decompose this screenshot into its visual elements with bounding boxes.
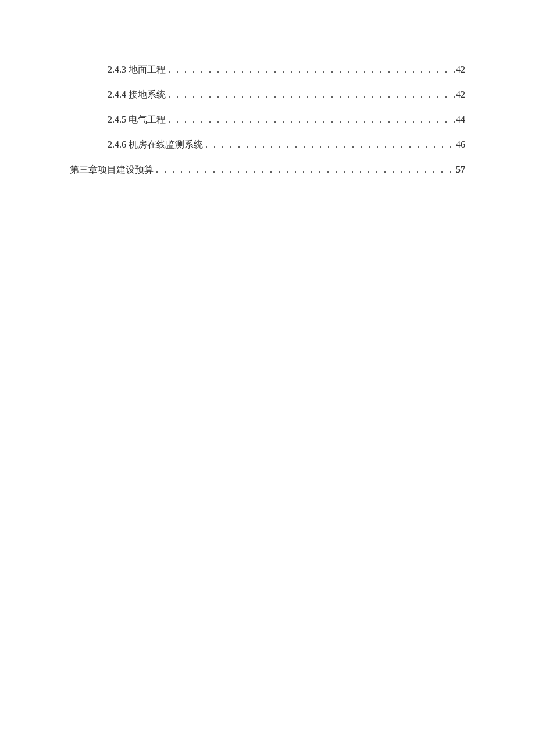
toc-page: 42 xyxy=(456,89,465,100)
toc-entry: 2.4.6 机房在线监测系统 46 xyxy=(70,139,465,151)
toc-dots xyxy=(166,89,456,100)
toc-page: 44 xyxy=(456,114,465,125)
toc-label: 2.4.6 机房在线监测系统 xyxy=(108,139,203,151)
toc-label: 2.4.3 地面工程 xyxy=(108,64,166,76)
toc-label: 第三章项目建设预算 xyxy=(70,164,154,176)
toc-dots xyxy=(203,139,456,150)
toc-entry-chapter: 第三章项目建设预算 57 xyxy=(70,164,465,176)
toc-label: 2.4.5 电气工程 xyxy=(108,114,166,126)
toc-label: 2.4.4 接地系统 xyxy=(108,89,166,101)
toc-page: 46 xyxy=(456,139,465,150)
toc-entry: 2.4.4 接地系统 42 xyxy=(70,89,465,101)
toc-page: 42 xyxy=(456,65,465,75)
toc-entry: 2.4.3 地面工程 42 xyxy=(70,64,465,76)
toc-dots xyxy=(166,114,456,125)
toc-container: 2.4.3 地面工程 42 2.4.4 接地系统 42 2.4.5 电气工程 4… xyxy=(70,64,465,176)
toc-dots xyxy=(166,65,456,75)
toc-dots xyxy=(154,164,456,175)
toc-page: 57 xyxy=(456,164,465,175)
toc-entry: 2.4.5 电气工程 44 xyxy=(70,114,465,126)
